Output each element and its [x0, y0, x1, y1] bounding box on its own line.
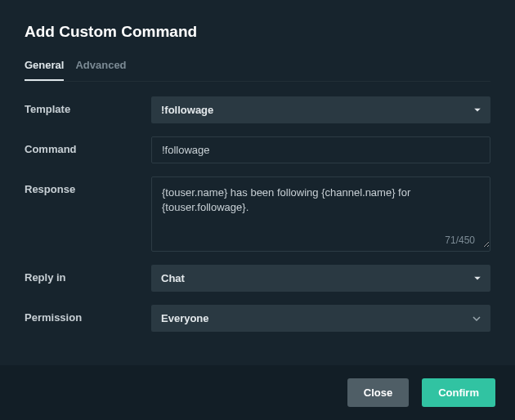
row-permission: Permission Everyone — [25, 305, 490, 332]
add-custom-command-modal: Add Custom Command General Advanced Temp… — [0, 0, 515, 420]
label-reply-in: Reply in — [25, 265, 151, 284]
reply-in-select[interactable]: Chat — [151, 265, 490, 292]
permission-select[interactable]: Everyone — [151, 305, 490, 332]
close-button[interactable]: Close — [347, 378, 409, 407]
label-permission: Permission — [25, 305, 151, 324]
command-input[interactable] — [151, 136, 490, 163]
response-wrap: 71/450 — [151, 176, 490, 252]
template-select[interactable]: !followage — [151, 96, 490, 123]
row-command: Command — [25, 136, 490, 163]
modal-title: Add Custom Command — [25, 23, 490, 41]
tab-general[interactable]: General — [25, 59, 64, 81]
chevron-down-icon — [474, 276, 481, 280]
chevron-down-icon — [472, 316, 481, 321]
modal-footer: Close Confirm — [0, 365, 515, 420]
label-command: Command — [25, 136, 151, 155]
template-select-value: !followage — [161, 104, 213, 116]
response-textarea[interactable] — [152, 177, 490, 248]
modal-body: Add Custom Command General Advanced Temp… — [0, 0, 515, 365]
row-template: Template !followage — [25, 96, 490, 123]
row-response: Response 71/450 — [25, 176, 490, 252]
tabs: General Advanced — [25, 59, 490, 82]
label-template: Template — [25, 96, 151, 115]
permission-select-value: Everyone — [161, 312, 209, 324]
row-reply-in: Reply in Chat — [25, 265, 490, 292]
chevron-down-icon — [474, 108, 481, 112]
confirm-button[interactable]: Confirm — [422, 378, 495, 407]
label-response: Response — [25, 176, 151, 195]
tab-advanced[interactable]: Advanced — [75, 59, 126, 81]
reply-in-select-value: Chat — [161, 272, 185, 284]
